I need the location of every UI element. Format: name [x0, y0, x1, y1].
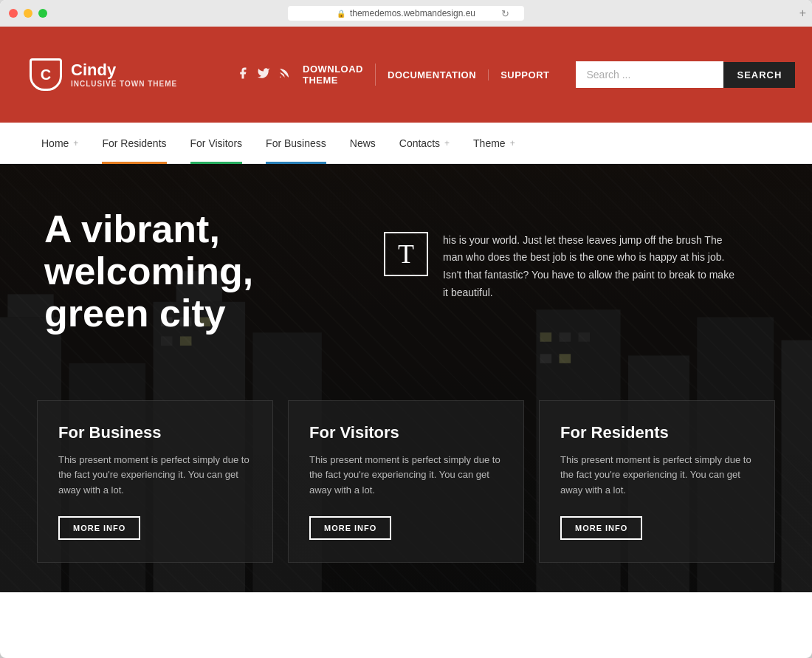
site-header: C Cindy INCLUSIVE TOWN THEME DOWNLOAD TH… — [0, 27, 812, 123]
logo-letter: C — [41, 66, 51, 83]
nav-item-theme[interactable]: Theme + — [461, 123, 527, 164]
logo-subtitle: INCLUSIVE TOWN THEME — [71, 80, 177, 88]
maximize-button[interactable] — [38, 9, 47, 18]
visitors-card: For Visitors This present moment is perf… — [288, 400, 524, 563]
hero-paragraph: his is your world. Just let these leaves… — [443, 232, 738, 302]
search-area: SEARCH — [576, 61, 795, 88]
business-more-info-button[interactable]: MORE INFO — [58, 516, 140, 540]
cards-row: For Business This present moment is perf… — [30, 400, 782, 563]
twitter-icon[interactable] — [257, 66, 270, 83]
social-icons — [236, 66, 291, 83]
drop-cap-box: T — [384, 232, 428, 276]
contacts-plus-icon: + — [444, 138, 450, 148]
reload-icon[interactable]: ↻ — [501, 8, 509, 19]
header-nav: DOWNLOAD THEME DOCUMENTATION SUPPORT — [291, 64, 561, 86]
nav-item-news[interactable]: News — [338, 123, 388, 164]
support-link[interactable]: SUPPORT — [489, 69, 561, 80]
logo-shield: C — [30, 58, 62, 91]
logo-text: Cindy INCLUSIVE TOWN THEME — [71, 61, 177, 87]
svg-point-0 — [280, 77, 281, 78]
address-bar[interactable]: 🔒 themedemos.webmandesign.eu ↻ — [288, 6, 524, 21]
svg-rect-11 — [781, 340, 812, 592]
rss-icon[interactable] — [278, 66, 291, 83]
new-tab-button[interactable]: + — [799, 7, 806, 20]
visitors-card-text: This present moment is perfect simply du… — [309, 453, 503, 498]
residents-card: For Residents This present moment is per… — [539, 400, 775, 563]
residents-more-info-button[interactable]: MORE INFO — [560, 516, 642, 540]
nav-item-residents[interactable]: For Residents — [90, 123, 178, 164]
search-input[interactable] — [576, 61, 723, 88]
business-card-text: This present moment is perfect simply du… — [58, 453, 252, 498]
facebook-icon[interactable] — [236, 66, 250, 83]
home-plus-icon: + — [73, 138, 78, 148]
url-text: themedemos.webmandesign.eu — [350, 8, 475, 18]
hero-content: A vibrant, welcoming, green city T his i… — [0, 164, 812, 378]
lock-icon: 🔒 — [337, 10, 345, 18]
visitors-card-title: For Visitors — [309, 423, 503, 442]
drop-cap-letter: T — [398, 239, 414, 270]
hero-text-block: T his is your world. Just let these leav… — [384, 232, 738, 302]
browser-window: 🔒 themedemos.webmandesign.eu ↻ + C Cindy… — [0, 0, 812, 658]
theme-plus-icon: + — [510, 138, 515, 148]
documentation-link[interactable]: DOCUMENTATION — [376, 69, 489, 80]
minimize-button[interactable] — [24, 9, 32, 18]
nav-bar: Home + For Residents For Visitors For Bu… — [0, 123, 812, 164]
business-card: For Business This present moment is perf… — [37, 400, 273, 563]
residents-card-title: For Residents — [560, 423, 754, 442]
nav-item-business[interactable]: For Business — [254, 123, 338, 164]
logo-name: Cindy — [71, 61, 177, 79]
residents-card-text: This present moment is perfect simply du… — [560, 453, 754, 498]
search-button[interactable]: SEARCH — [723, 62, 795, 88]
business-card-title: For Business — [58, 423, 252, 442]
download-theme-link[interactable]: DOWNLOAD THEME — [291, 64, 376, 86]
logo-area: C Cindy INCLUSIVE TOWN THEME — [30, 58, 192, 91]
nav-item-contacts[interactable]: Contacts + — [388, 123, 461, 164]
hero-title: A vibrant, welcoming, green city — [44, 208, 325, 335]
footer-area — [0, 592, 812, 651]
close-button[interactable] — [9, 9, 18, 18]
title-bar: 🔒 themedemos.webmandesign.eu ↻ + — [0, 0, 812, 27]
visitors-more-info-button[interactable]: MORE INFO — [309, 516, 391, 540]
nav-item-visitors[interactable]: For Visitors — [179, 123, 255, 164]
hero-section: A vibrant, welcoming, green city T his i… — [0, 164, 812, 592]
nav-item-home[interactable]: Home + — [30, 123, 90, 164]
